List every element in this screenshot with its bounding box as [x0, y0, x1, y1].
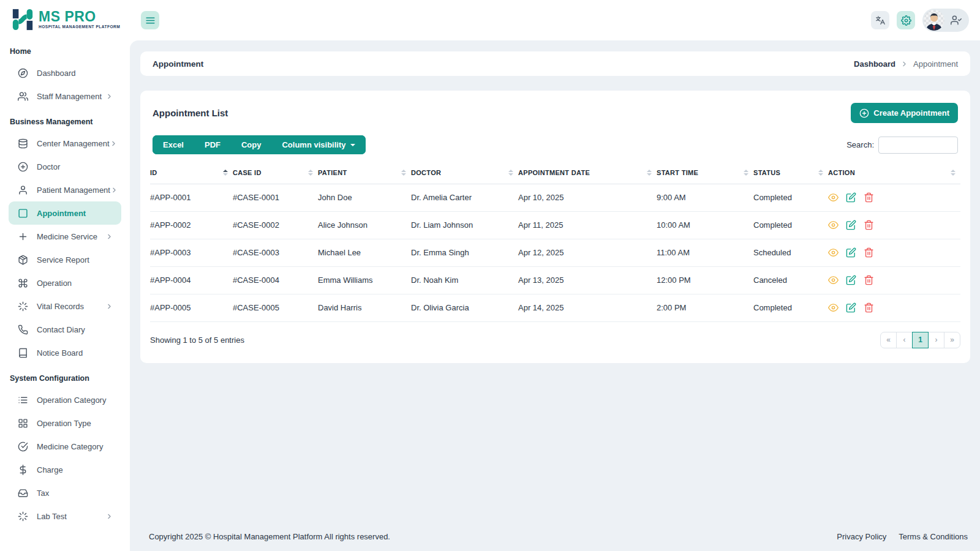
sidebar-item-patient-management[interactable]: Patient Management: [9, 178, 121, 201]
cell-id: #APP-0003: [150, 239, 233, 266]
edit-button[interactable]: [846, 302, 856, 313]
translate-icon: [875, 15, 886, 26]
cell-doctor: Dr. Amelia Carter: [411, 184, 518, 211]
column-header-label: PATIENT: [318, 169, 347, 176]
cell-date: Apr 13, 2025: [518, 266, 657, 294]
sidebar-item-label: Operation: [37, 279, 114, 288]
breadcrumb-chevron-icon: [900, 60, 908, 68]
sort-icon: [744, 170, 748, 176]
table-row: #APP-0001#CASE-0001John DoeDr. Amelia Ca…: [150, 184, 960, 211]
sidebar-item-vital-records[interactable]: Vital Records: [9, 294, 121, 318]
sidebar: MS PRO HOSPITAL MANAGEMENT PLATFORM Home…: [0, 0, 130, 551]
sidebar-item-notice-board[interactable]: Notice Board: [9, 341, 121, 364]
pagination-last-button[interactable]: »: [944, 332, 960, 348]
export-copy-button[interactable]: Copy: [231, 135, 272, 154]
cell-doctor: Dr. Liam Johnson: [411, 211, 518, 239]
grid-icon: [17, 418, 28, 429]
sidebar-item-label: Tax: [37, 489, 114, 498]
search-container: Search:: [846, 137, 958, 154]
cell-id: #APP-0002: [150, 211, 233, 239]
privacy-policy-link[interactable]: Privacy Policy: [837, 532, 886, 541]
sidebar-item-charge[interactable]: Charge: [9, 458, 121, 481]
column-header-id[interactable]: ID: [150, 162, 233, 184]
sidebar-item-medicine-category[interactable]: Medicine Category: [9, 435, 121, 458]
cell-patient: Michael Lee: [318, 239, 411, 266]
pagination-next-button[interactable]: ›: [928, 332, 944, 348]
terms-conditions-link[interactable]: Terms & Conditions: [899, 532, 968, 541]
brand-logo[interactable]: MS PRO HOSPITAL MANAGEMENT PLATFORM: [0, 0, 130, 35]
breadcrumb-current: Appointment: [913, 59, 958, 69]
column-header-patient[interactable]: PATIENT: [318, 162, 411, 184]
cell-status: Completed: [753, 184, 828, 211]
settings-button[interactable]: [897, 11, 915, 29]
sidebar-item-operation-category[interactable]: Operation Category: [9, 388, 121, 411]
breadcrumb-dashboard-link[interactable]: Dashboard: [854, 59, 895, 69]
edit-button[interactable]: [846, 275, 856, 285]
delete-button[interactable]: [864, 220, 874, 230]
sidebar-item-label: Appointment: [37, 209, 114, 218]
search-input[interactable]: [878, 137, 958, 154]
cell-action: [828, 294, 960, 321]
sidebar-item-operation-type[interactable]: Operation Type: [9, 411, 121, 435]
edit-button[interactable]: [846, 192, 856, 203]
sidebar-item-dashboard[interactable]: Dashboard: [9, 61, 121, 84]
column-header-label: ID: [150, 169, 157, 176]
users-icon: [17, 91, 28, 102]
view-button[interactable]: [828, 220, 839, 230]
cell-doctor: Dr. Emma Singh: [411, 239, 518, 266]
export-pdf-button[interactable]: PDF: [194, 135, 231, 154]
column-header-case-id[interactable]: CASE ID: [233, 162, 318, 184]
pagination-page-1-button[interactable]: 1: [912, 332, 929, 348]
sidebar-item-center-management[interactable]: Center Management: [9, 132, 121, 155]
column-header-action[interactable]: ACTION: [828, 162, 960, 184]
cell-status: Completed: [753, 211, 828, 239]
delete-button[interactable]: [864, 192, 874, 203]
user-icon: [17, 184, 28, 195]
pagination-prev-button[interactable]: ‹: [896, 332, 913, 348]
delete-button[interactable]: [864, 302, 874, 313]
sort-icon: [401, 170, 406, 176]
column-visibility-button[interactable]: Column visibility: [271, 135, 365, 154]
sidebar-item-operation[interactable]: Operation: [9, 271, 121, 294]
appointment-list-panel: Appointment List Create Appointment Exce…: [140, 91, 970, 363]
cell-patient: John Doe: [318, 184, 411, 211]
chevron-right-icon: [105, 512, 114, 520]
sidebar-item-medicine-service[interactable]: Medicine Service: [9, 225, 121, 248]
cell-id: #APP-0004: [150, 266, 233, 294]
profile-menu[interactable]: [922, 9, 969, 32]
export-excel-button[interactable]: Excel: [153, 135, 194, 154]
view-button[interactable]: [828, 192, 839, 203]
cell-patient: Emma Williams: [318, 266, 411, 294]
column-header-start-time[interactable]: START TIME: [657, 162, 753, 184]
sidebar-item-contact-diary[interactable]: Contact Diary: [9, 318, 121, 341]
column-header-status[interactable]: STATUS: [753, 162, 828, 184]
column-header-doctor[interactable]: DOCTOR: [411, 162, 518, 184]
sidebar-item-label: Dashboard: [37, 69, 114, 78]
sidebar-item-appointment[interactable]: Appointment: [9, 201, 121, 225]
view-button[interactable]: [828, 275, 839, 285]
sidebar-item-staff-management[interactable]: Staff Management: [9, 84, 121, 108]
pagination-first-button[interactable]: «: [880, 332, 897, 348]
delete-button[interactable]: [864, 275, 874, 285]
cell-action: [828, 184, 960, 211]
table-row: #APP-0004#CASE-0004Emma WilliamsDr. Noah…: [150, 266, 960, 294]
sidebar-item-label: Charge: [37, 465, 114, 474]
sidebar-item-label: Notice Board: [37, 348, 114, 358]
sidebar-item-service-report[interactable]: Service Report: [9, 248, 121, 271]
view-button[interactable]: [828, 302, 839, 313]
create-appointment-button[interactable]: Create Appointment: [851, 103, 958, 123]
sidebar-item-doctor[interactable]: Doctor: [9, 155, 121, 178]
plus-circle-icon: [17, 161, 28, 172]
list-icon: [17, 394, 28, 405]
sidebar-item-lab-test[interactable]: Lab Test: [9, 504, 121, 528]
sidebar-nav: HomeDashboardStaff ManagementBusiness Ma…: [0, 35, 130, 528]
edit-button[interactable]: [846, 220, 856, 230]
edit-button[interactable]: [846, 247, 856, 258]
menu-toggle-button[interactable]: [141, 11, 159, 29]
translate-button[interactable]: [871, 11, 889, 29]
delete-button[interactable]: [864, 247, 874, 258]
sidebar-item-tax[interactable]: Tax: [9, 481, 121, 504]
cell-time: 12:00 PM: [657, 266, 753, 294]
view-button[interactable]: [828, 247, 839, 258]
column-header-appointment-date[interactable]: APPOINTMENT DATE: [518, 162, 657, 184]
